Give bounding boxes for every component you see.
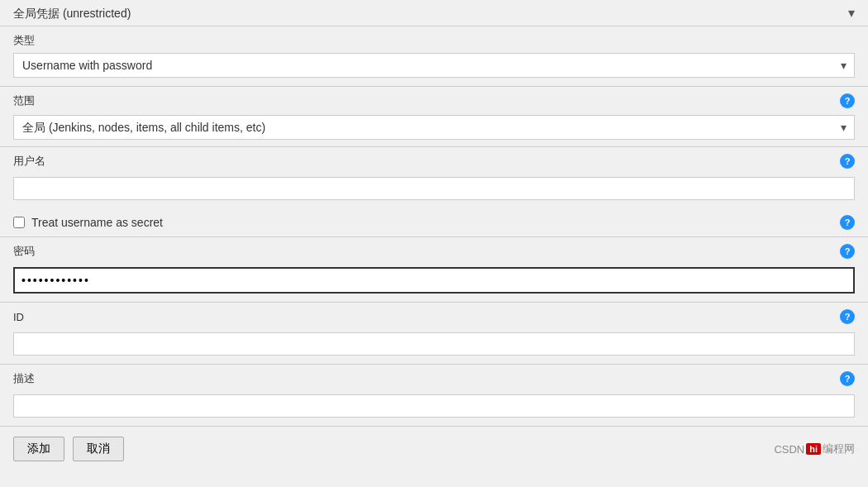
username-label: 用户名 [13,154,45,169]
type-section: 类型 Username with passwordSSH Username wi… [0,26,868,86]
watermark-logo: hi [806,443,821,455]
footer: 添加 取消 CSDN hi 编程网 [0,426,868,471]
treat-username-row: Treat username as secret ? [0,208,868,236]
scope-select[interactable]: 全局 (Jenkins, nodes, items, all child ite… [13,115,855,140]
password-label: 密码 [13,244,35,259]
description-label-row: 描述 ? [0,365,868,389]
description-help-icon[interactable]: ? [840,371,855,386]
treat-username-checkbox[interactable] [13,217,25,228]
username-label-row: 用户名 ? [0,147,868,172]
id-help-icon[interactable]: ? [840,309,855,324]
description-field-group [0,389,868,426]
type-select-wrapper: Username with passwordSSH Username with … [13,53,855,78]
main-container: 全局凭据 (unrestricted) ▾ 类型 Username with p… [0,0,868,471]
password-help-icon[interactable]: ? [840,244,855,259]
global-credential-row: 全局凭据 (unrestricted) ▾ [0,0,868,26]
id-label-row: ID ? [0,303,868,327]
watermark: CSDN hi 编程网 [774,442,855,456]
chevron-down-icon: ▾ [848,5,855,21]
password-field-group [0,262,868,302]
watermark-suffix: 编程网 [823,442,855,456]
add-button[interactable]: 添加 [13,437,64,461]
username-field-group [0,172,868,208]
scope-label: 范围 [13,93,35,108]
password-label-row: 密码 ? [0,237,868,262]
username-input[interactable] [13,177,855,200]
scope-label-row: 范围 ? [0,87,868,112]
id-field-group [0,327,868,364]
password-input[interactable] [13,267,855,294]
cancel-button[interactable]: 取消 [73,437,124,461]
scope-help-icon[interactable]: ? [840,93,855,108]
id-label: ID [13,311,24,323]
description-label: 描述 [13,371,35,386]
global-credential-select[interactable]: 全局凭据 (unrestricted) [13,7,848,20]
id-input[interactable] [13,332,855,356]
scope-select-row: 全局 (Jenkins, nodes, items, all child ite… [0,112,868,146]
scope-select-wrapper: 全局 (Jenkins, nodes, items, all child ite… [13,115,855,140]
treat-username-text: Treat username as secret [31,216,163,229]
global-credential-wrapper: 全局凭据 (unrestricted) ▾ [13,5,855,21]
description-input[interactable] [13,394,855,418]
treat-username-label[interactable]: Treat username as secret [13,216,163,229]
watermark-text: CSDN [774,443,804,456]
treat-username-help-icon[interactable]: ? [840,215,855,230]
username-help-icon[interactable]: ? [840,154,855,169]
type-label: 类型 [13,33,855,48]
type-select[interactable]: Username with passwordSSH Username with … [13,53,855,78]
